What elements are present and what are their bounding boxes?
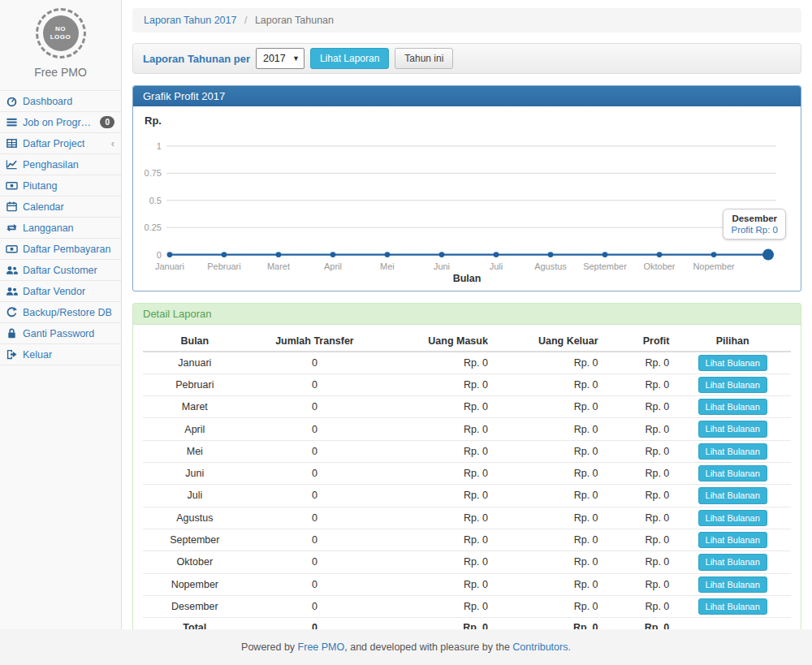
sidebar-item-piutang[interactable]: Piutang: [0, 175, 121, 196]
lihat-bulanan-button-januari[interactable]: Lihat Bulanan: [698, 355, 767, 371]
sidebar-item-label: Penghasilan: [23, 159, 79, 171]
table-row-april: April0Rp. 0Rp. 0Rp. 0Lihat Bulanan: [143, 418, 791, 440]
cell-uang-masuk: Rp. 0: [382, 551, 493, 573]
cell-uang-keluar: Rp. 0: [493, 507, 603, 529]
cell-jumlah-transfer: 0: [247, 352, 383, 374]
lihat-bulanan-button-april[interactable]: Lihat Bulanan: [698, 421, 767, 437]
cell-profit: Rp. 0: [603, 440, 675, 462]
sidebar-item-daftar-pembayaran[interactable]: Daftar Pembayaran: [0, 239, 121, 260]
sidebar-item-label: Daftar Project: [23, 138, 84, 149]
chart-point-januari[interactable]: [167, 252, 173, 257]
y-tick-label: 0.75: [145, 168, 162, 178]
filter-bar: Laporan Tahunan per 2017 ▼ Lihat Laporan…: [132, 43, 801, 74]
lihat-bulanan-button-agustus[interactable]: Lihat Bulanan: [698, 510, 767, 526]
detail-panel-title: Detail Laporan: [133, 304, 801, 325]
free-pmo-link[interactable]: Free PMO: [298, 641, 345, 653]
filter-label: Laporan Tahunan per: [143, 53, 250, 65]
sidebar-item-job-on-progress[interactable]: Job on Progress0: [0, 112, 121, 133]
cell-uang-keluar: Rp. 0: [493, 551, 603, 573]
x-tick-label: Oktober: [644, 261, 676, 271]
y-tick-label: 0.5: [149, 196, 162, 205]
cell-uang-keluar: Rp. 0: [493, 440, 603, 462]
chart-point-oktober[interactable]: [657, 252, 663, 257]
sidebar-item-penghasilan[interactable]: Penghasilan: [0, 154, 121, 175]
cell-profit: Rp. 0: [603, 396, 675, 418]
sidebar-item-label: Daftar Customer: [23, 265, 97, 276]
table-row-juli: Juli0Rp. 0Rp. 0Rp. 0Lihat Bulanan: [143, 485, 791, 507]
money-icon: [6, 179, 18, 192]
sidebar-item-dashboard[interactable]: Dashboard: [0, 91, 121, 112]
table-row-maret: Maret0Rp. 0Rp. 0Rp. 0Lihat Bulanan: [143, 396, 791, 418]
sidebar-item-ganti-password[interactable]: Ganti Password: [0, 323, 121, 344]
chart-point-nopember[interactable]: [711, 252, 717, 257]
cell-jumlah-transfer: 0: [247, 573, 383, 595]
contributors-link[interactable]: Contributors.: [512, 641, 571, 653]
cell-pilihan: Lihat Bulanan: [674, 573, 791, 595]
column-header-profit: Profit: [603, 331, 675, 352]
sidebar-item-label: Dashboard: [23, 96, 72, 107]
sidebar-item-backup-restore-db[interactable]: Backup/Restore DB: [0, 302, 121, 323]
lihat-laporan-button[interactable]: Lihat Laporan: [310, 48, 389, 69]
chart-point-juli[interactable]: [494, 252, 499, 257]
x-tick-label: Januari: [155, 261, 184, 271]
sidebar-item-daftar-project[interactable]: Daftar Project‹: [0, 133, 121, 154]
lihat-bulanan-button-maret[interactable]: Lihat Bulanan: [698, 399, 767, 415]
chart-tooltip: Desember Profit Rp: 0: [723, 209, 786, 240]
breadcrumb-link[interactable]: Laporan Tahun 2017: [144, 15, 236, 26]
lihat-bulanan-button-september[interactable]: Lihat Bulanan: [698, 532, 767, 548]
cell-uang-masuk: Rp. 0: [382, 463, 493, 485]
cell-jumlah-transfer: 0: [247, 529, 383, 551]
detail-panel-body: BulanJumlah TransferUang MasukUang Kelua…: [133, 325, 801, 646]
cell-uang-keluar: Rp. 0: [493, 573, 603, 595]
chart-panel-title: Grafik Profit 2017: [133, 86, 801, 106]
chart-x-axis-label: Bulan: [143, 273, 791, 287]
sidebar-item-calendar[interactable]: Calendar: [0, 196, 121, 218]
cell-jumlah-transfer: 0: [247, 595, 383, 617]
y-tick-label: 0.25: [145, 222, 162, 232]
cell-bulan: Agustus: [143, 507, 247, 529]
year-select[interactable]: 2017 ▼: [256, 48, 304, 69]
chart-point-april[interactable]: [330, 252, 336, 257]
lihat-bulanan-button-pebruari[interactable]: Lihat Bulanan: [698, 377, 767, 393]
column-header-bulan: Bulan: [143, 331, 247, 352]
lihat-bulanan-button-desember[interactable]: Lihat Bulanan: [698, 598, 767, 615]
cell-uang-keluar: Rp. 0: [493, 352, 603, 374]
sidebar-item-keluar[interactable]: Keluar: [0, 344, 121, 365]
chart-point-september[interactable]: [603, 252, 608, 257]
cell-bulan: April: [143, 418, 247, 440]
lihat-bulanan-button-nopember[interactable]: Lihat Bulanan: [698, 576, 767, 593]
breadcrumb: Laporan Tahun 2017 / Laporan Tahunan: [132, 8, 801, 32]
cell-jumlah-transfer: 0: [247, 374, 383, 395]
cell-profit: Rp. 0: [603, 507, 675, 529]
lihat-bulanan-button-oktober[interactable]: Lihat Bulanan: [698, 554, 767, 570]
lihat-bulanan-button-mei[interactable]: Lihat Bulanan: [698, 443, 767, 460]
money-icon: [6, 243, 18, 255]
chart-point-desember[interactable]: [762, 249, 774, 261]
cell-pilihan: Lihat Bulanan: [674, 529, 791, 551]
cell-pilihan: Lihat Bulanan: [674, 418, 791, 440]
x-tick-label: Nopember: [693, 261, 735, 271]
sidebar-item-label: Daftar Vendor: [23, 286, 85, 297]
x-tick-label: Juli: [490, 261, 503, 271]
cell-bulan: Juni: [143, 463, 247, 485]
chart-point-juni[interactable]: [439, 252, 445, 257]
caret-down-icon: ▼: [292, 54, 300, 63]
lihat-bulanan-button-juli[interactable]: Lihat Bulanan: [698, 487, 767, 503]
chart-point-pebruari[interactable]: [222, 252, 227, 257]
chart-point-agustus[interactable]: [548, 252, 554, 257]
chart-point-maret[interactable]: [276, 252, 282, 257]
lihat-bulanan-button-juni[interactable]: Lihat Bulanan: [698, 465, 767, 481]
chart-point-mei[interactable]: [385, 252, 391, 257]
cell-uang-masuk: Rp. 0: [382, 529, 493, 551]
cell-bulan: Desember: [143, 595, 247, 617]
logo-block: NO LOGO Free PMO: [0, 0, 121, 85]
column-header-uang-keluar: Uang Keluar: [493, 331, 603, 352]
column-header-pilihan: Pilihan: [674, 331, 791, 352]
sidebar-item-daftar-vendor[interactable]: Daftar Vendor: [0, 281, 121, 302]
tahun-ini-button[interactable]: Tahun ini: [395, 48, 453, 69]
sidebar-item-langganan[interactable]: Langganan: [0, 218, 121, 239]
sidebar-item-daftar-customer[interactable]: Daftar Customer: [0, 260, 121, 281]
table-row-januari: Januari0Rp. 0Rp. 0Rp. 0Lihat Bulanan: [143, 352, 791, 374]
main-wrap: NO LOGO Free PMO DashboardJob on Progres…: [0, 0, 812, 629]
cell-profit: Rp. 0: [603, 463, 675, 485]
